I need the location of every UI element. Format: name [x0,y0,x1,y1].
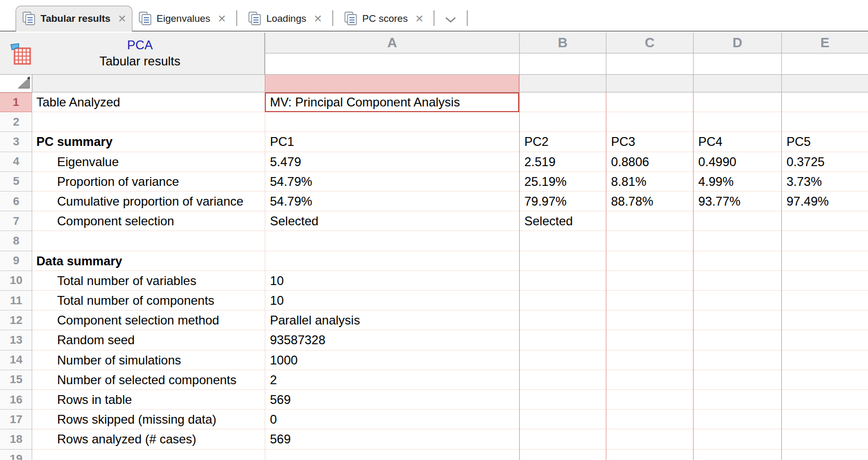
row-label-rows-skipped-missing-data-[interactable]: Rows skipped (missing data) [32,410,265,429]
cell-A18[interactable]: 569 [265,429,519,449]
close-icon[interactable]: ✕ [314,12,322,25]
cell-C6[interactable]: 88.78% [606,192,693,211]
row-number-17[interactable]: 17 [0,410,32,429]
subtitle-cell-E[interactable] [781,53,868,75]
row-label-component-selection[interactable]: Component selection [32,211,265,231]
column-header-D[interactable]: D [693,33,781,53]
row-label-total-number-of-variables[interactable]: Total number of variables [32,271,265,291]
cell-A4[interactable]: 5.479 [265,152,519,172]
title-cell-C[interactable] [606,75,693,92]
tab-loadings[interactable]: Loadings✕ [242,6,328,31]
cell-D6[interactable]: 93.77% [693,192,781,211]
cell-D3[interactable]: PC4 [693,132,781,152]
cell-B4[interactable]: 2.519 [519,152,606,172]
column-header-A[interactable]: A [265,33,519,53]
row-number-9[interactable]: 9 [0,251,32,271]
row-number-15[interactable]: 15 [0,370,32,390]
sheet-icon [344,11,357,25]
row-label-rows-in-table[interactable]: Rows in table [32,390,265,410]
row-number-3[interactable]: 3 [0,132,32,152]
cell-A14[interactable]: 1000 [265,350,519,370]
tab-tabular-results[interactable]: Tabular results✕ [16,6,132,32]
title-cell-E[interactable] [781,75,868,92]
row-number-6[interactable]: 6 [0,192,32,211]
row-number-10[interactable]: 10 [0,271,32,291]
selected-cell-A1[interactable]: MV: Principal Component Analysis [265,92,519,112]
row-label-data-summary[interactable]: Data summary [32,251,265,271]
row-number-1[interactable]: 1 [0,92,32,112]
row-number-19[interactable]: 19 [0,450,32,460]
row-number-8[interactable]: 8 [0,231,32,251]
cell-A12[interactable]: Parallel analysis [265,310,519,330]
row-number-5[interactable]: 5 [0,172,32,192]
column-header-B[interactable]: B [519,33,606,53]
cell-A16[interactable]: 569 [265,390,519,410]
close-icon[interactable]: ✕ [218,12,226,25]
row-number-4[interactable]: 4 [0,152,32,172]
column-header-E[interactable]: E [781,33,868,53]
row-label-proportion-of-variance[interactable]: Proportion of variance [32,172,265,192]
tab-label: Loadings [266,13,306,24]
cell-E5[interactable]: 3.73% [781,172,868,192]
row-label-random-seed[interactable]: Random seed [32,330,265,350]
row-number-7[interactable]: 7 [0,211,32,231]
cell-A15[interactable]: 2 [265,370,519,390]
tab-separator [332,10,333,26]
cell-A6[interactable]: 54.79% [265,192,519,211]
close-icon[interactable]: ✕ [118,12,127,25]
row-number-14[interactable]: 14 [0,350,32,370]
cell-A17[interactable]: 0 [265,410,519,429]
column-header-C[interactable]: C [606,33,693,53]
row-label-total-number-of-components[interactable]: Total number of components [32,291,265,310]
row-number-column-border [32,75,32,460]
row-label-number-of-simulations[interactable]: Number of simulations [32,350,265,370]
cell-A5[interactable]: 54.79% [265,172,519,192]
chevron-down-icon[interactable] [444,16,457,23]
tab-pc-scores[interactable]: PC scores✕ [338,6,429,31]
subtitle-cell-A[interactable] [265,53,519,75]
cell-B7[interactable]: Selected [519,211,606,231]
title-cell-D[interactable] [693,75,781,92]
cell-E3[interactable]: PC5 [781,132,868,152]
subtitle-cell-B[interactable] [519,53,606,75]
title-cell-B[interactable] [519,75,606,92]
row-number-16[interactable]: 16 [0,390,32,410]
tab-separator [467,10,468,26]
row-label-eigenvalue[interactable]: Eigenvalue [32,152,265,172]
tab-eigenvalues[interactable]: Eigenvalues✕ [132,6,232,31]
tab-label: PC scores [362,13,408,24]
title-row-label-cell[interactable] [32,75,265,92]
row-label-rows-analyzed-cases-[interactable]: Rows analyzed (# cases) [32,429,265,449]
row-label-pc-summary[interactable]: PC summary [32,132,265,152]
row-label-component-selection-method[interactable]: Component selection method [32,310,265,330]
row-number-12[interactable]: 12 [0,310,32,330]
cell-D5[interactable]: 4.99% [693,172,781,192]
cell-E6[interactable]: 97.49% [781,192,868,211]
cell-C3[interactable]: PC3 [606,132,693,152]
row-label-number-of-selected-components[interactable]: Number of selected components [32,370,265,390]
cell-B3[interactable]: PC2 [519,132,606,152]
row-label-cumulative-proportion-of-variance[interactable]: Cumulative proportion of variance [32,192,265,211]
corner-cell[interactable] [0,75,32,92]
cell-B6[interactable]: 79.97% [519,192,606,211]
row-number-2[interactable]: 2 [0,112,32,132]
cell-C4[interactable]: 0.8806 [606,152,693,172]
subtitle-cell-D[interactable] [693,53,781,75]
sheet-title-panel: PCA Tabular results [0,33,265,75]
cell-A11[interactable]: 10 [265,291,519,310]
row-label-table-analyzed[interactable]: Table Analyzed [32,92,265,112]
cell-D4[interactable]: 0.4990 [693,152,781,172]
row-number-18[interactable]: 18 [0,429,32,449]
cell-A13[interactable]: 93587328 [265,330,519,350]
cell-A10[interactable]: 10 [265,271,519,291]
subtitle-cell-C[interactable] [606,53,693,75]
cell-E4[interactable]: 0.3725 [781,152,868,172]
close-icon[interactable]: ✕ [415,12,424,25]
cell-A3[interactable]: PC1 [265,132,519,152]
row-number-13[interactable]: 13 [0,330,32,350]
row-number-11[interactable]: 11 [0,291,32,310]
cell-B5[interactable]: 25.19% [519,172,606,192]
selected-column-indicator[interactable] [265,75,519,92]
cell-A7[interactable]: Selected [265,211,519,231]
cell-C5[interactable]: 8.81% [606,172,693,192]
